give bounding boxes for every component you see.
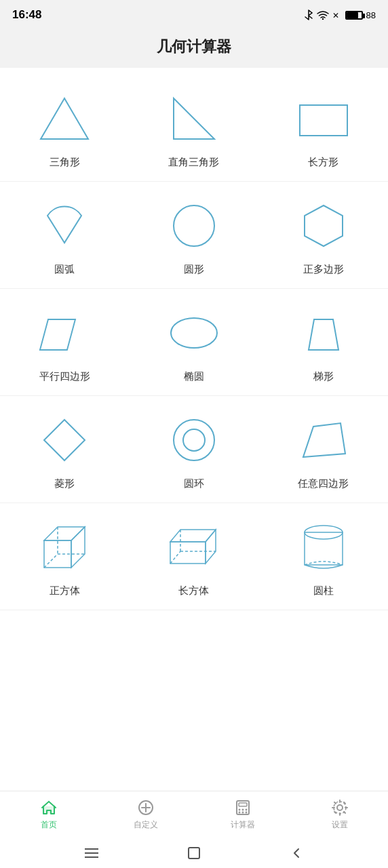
svg-point-11 <box>174 420 214 460</box>
shape-label-right-triangle: 直角三角形 <box>168 156 219 169</box>
shape-icon-circle <box>160 195 228 256</box>
shape-label-cylinder: 圆柱 <box>313 585 334 597</box>
bluetooth-icon <box>304 9 313 20</box>
shape-cell-regular-polygon[interactable]: 正多边形 <box>258 182 388 289</box>
shape-cell-circle[interactable]: 圆形 <box>130 182 259 289</box>
nav-label-home: 首页 <box>41 819 57 831</box>
shape-cell-annulus[interactable]: 圆环 <box>130 396 259 503</box>
shape-icon-rectangle <box>290 88 357 149</box>
svg-point-8 <box>171 318 217 348</box>
shape-icon-right-triangle <box>160 88 228 149</box>
shape-label-rectangle: 长方形 <box>308 156 338 169</box>
shape-label-regular-polygon: 正多边形 <box>303 263 344 276</box>
settings-icon <box>331 799 349 816</box>
shape-cell-quad[interactable]: 任意四边形 <box>258 396 388 503</box>
shape-label-quad: 任意四边形 <box>298 477 349 490</box>
status-time: 16:48 <box>12 8 41 22</box>
shape-icon-quad <box>290 410 357 471</box>
svg-rect-4 <box>300 105 347 136</box>
nav-label-settings: 设置 <box>332 819 348 831</box>
shape-grid: 三角形 直角三角形 长方形 <box>0 75 388 610</box>
shape-icon-annulus <box>160 410 228 471</box>
nav-label-custom: 自定义 <box>134 819 158 831</box>
svg-marker-21 <box>170 530 216 542</box>
nav-label-calculator: 计算器 <box>231 819 255 831</box>
svg-point-40 <box>337 805 343 810</box>
shape-icon-parallelogram <box>31 302 98 363</box>
shape-cell-parallelogram[interactable]: 平行四边形 <box>0 289 130 396</box>
nav-item-custom[interactable]: 自定义 <box>97 793 194 836</box>
svg-marker-3 <box>174 98 214 139</box>
shape-cell-cylinder[interactable]: 圆柱 <box>258 503 388 610</box>
svg-marker-22 <box>206 530 216 564</box>
shape-cell-right-triangle[interactable]: 直角三角形 <box>130 75 259 182</box>
main-content: 三角形 直角三角形 长方形 <box>0 68 388 791</box>
svg-text:✕: ✕ <box>332 11 339 20</box>
bottom-navigation: 首页 自定义 计算器 <box>0 791 388 838</box>
svg-marker-16 <box>71 527 85 568</box>
svg-point-34 <box>238 809 240 811</box>
shape-cell-trapezoid[interactable]: 梯形 <box>258 289 388 396</box>
svg-marker-13 <box>303 423 345 457</box>
shape-icon-regular-polygon <box>290 195 357 256</box>
shape-icon-cube <box>31 517 98 578</box>
shape-cell-ellipse[interactable]: 椭圆 <box>130 289 259 396</box>
svg-marker-2 <box>41 98 88 139</box>
svg-point-38 <box>241 812 244 814</box>
home-icon <box>40 799 58 816</box>
shape-cell-arc[interactable]: 圆弧 <box>0 182 130 289</box>
app-title: 几何计算器 <box>0 37 388 57</box>
shape-cell-cube[interactable]: 正方体 <box>0 503 130 610</box>
nav-item-calculator[interactable]: 计算器 <box>194 793 291 836</box>
shape-icon-trapezoid <box>290 302 357 363</box>
shape-icon-ellipse <box>160 302 228 363</box>
shape-label-trapezoid: 梯形 <box>313 370 334 383</box>
shape-label-annulus: 圆环 <box>184 477 204 490</box>
battery-x-icon: ✕ <box>332 10 342 20</box>
app-title-bar: 几何计算器 <box>0 30 388 68</box>
shape-label-cube: 正方体 <box>50 585 80 597</box>
battery-percent: 88 <box>366 10 376 20</box>
svg-rect-28 <box>43 806 54 814</box>
svg-point-39 <box>245 812 247 814</box>
svg-marker-7 <box>40 319 75 350</box>
shape-label-triangle: 三角形 <box>50 156 80 169</box>
shape-icon-rhombus <box>31 410 98 471</box>
wifi-icon <box>317 10 329 20</box>
calculator-icon <box>234 799 252 816</box>
shape-cell-cuboid[interactable]: 长方体 <box>130 503 259 610</box>
shape-icon-triangle <box>31 88 98 149</box>
svg-marker-10 <box>44 420 85 460</box>
custom-icon <box>137 799 155 816</box>
svg-marker-9 <box>309 319 338 350</box>
svg-point-5 <box>174 205 214 246</box>
nav-item-settings[interactable]: 设置 <box>291 793 388 836</box>
shape-icon-cylinder <box>290 517 357 578</box>
svg-line-23 <box>170 551 180 564</box>
nav-item-home[interactable]: 首页 <box>0 793 97 836</box>
svg-line-17 <box>44 554 58 568</box>
shape-cell-rectangle[interactable]: 长方形 <box>258 75 388 182</box>
shape-label-parallelogram: 平行四边形 <box>39 370 90 383</box>
android-menu-btn[interactable] <box>83 845 100 861</box>
svg-marker-6 <box>305 205 343 246</box>
status-bar: 16:48 ✕ 88 <box>0 0 388 30</box>
svg-point-12 <box>183 429 205 451</box>
svg-rect-33 <box>239 803 247 806</box>
shape-icon-arc <box>31 195 98 256</box>
shape-label-arc: 圆弧 <box>54 263 75 276</box>
android-home-btn[interactable] <box>186 845 202 861</box>
shape-cell-rhombus[interactable]: 菱形 <box>0 396 130 503</box>
android-back-btn[interactable] <box>288 845 305 861</box>
shape-label-circle: 圆形 <box>184 263 204 276</box>
svg-point-37 <box>238 812 240 814</box>
svg-rect-20 <box>170 542 206 564</box>
shape-label-rhombus: 菱形 <box>54 477 75 490</box>
shape-cell-triangle[interactable]: 三角形 <box>0 75 130 182</box>
battery-indicator <box>345 11 363 20</box>
android-nav-bar <box>0 838 388 868</box>
svg-point-0 <box>322 18 323 20</box>
svg-point-36 <box>245 809 247 811</box>
shape-label-ellipse: 椭圆 <box>184 370 204 383</box>
status-right: ✕ 88 <box>304 9 376 20</box>
